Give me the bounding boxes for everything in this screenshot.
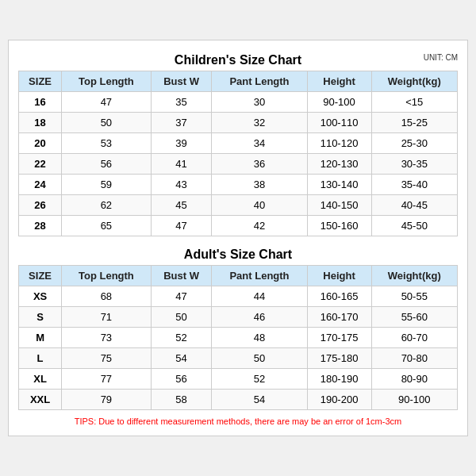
table-row: XXL795854190-20090-100 [19,390,458,410]
adults-title-text: Adult's Size Chart [184,248,292,261]
table-row: 26624540140-15040-45 [19,195,458,216]
table-cell: 40-45 [371,195,457,216]
table-cell: 43 [151,175,212,195]
table-cell: 50 [151,307,212,328]
table-cell: 175-180 [307,348,371,369]
table-row: 20533934110-12025-30 [19,133,458,154]
children-col-header: SIZE [19,71,62,92]
table-cell: 30 [212,92,307,113]
table-cell: 45 [151,195,212,216]
adults-col-header: Bust W [151,266,212,286]
table-cell: 53 [62,133,152,154]
table-cell: 160-170 [307,307,371,328]
table-cell: 15-25 [371,113,457,133]
table-cell: 55-60 [371,307,457,328]
adults-col-header: SIZE [19,266,62,286]
table-row: 18503732100-11015-25 [19,113,458,133]
table-cell: 59 [62,175,152,195]
table-cell: 170-175 [307,328,371,348]
table-row: S715046160-17055-60 [19,307,458,328]
table-cell: 50 [212,348,307,369]
table-cell: 34 [212,133,307,154]
table-cell: 44 [212,286,307,307]
table-cell: 46 [212,307,307,328]
table-cell: 28 [19,216,62,236]
table-cell: 42 [212,216,307,236]
table-cell: 39 [151,133,212,154]
table-row: 28654742150-16045-50 [19,216,458,236]
table-cell: 160-165 [307,286,371,307]
table-cell: 120-130 [307,154,371,175]
table-row: 1647353090-100<15 [19,92,458,113]
table-row: XS684744160-16550-55 [19,286,458,307]
table-cell: 38 [212,175,307,195]
table-cell: 60-70 [371,328,457,348]
table-cell: 20 [19,133,62,154]
table-cell: 18 [19,113,62,133]
table-cell: 90-100 [371,390,457,410]
table-cell: 130-140 [307,175,371,195]
table-cell: 90-100 [307,92,371,113]
table-cell: XXL [19,390,62,410]
table-cell: 150-160 [307,216,371,236]
adults-title: Adult's Size Chart [18,243,458,265]
table-cell: 24 [19,175,62,195]
table-cell: 75 [62,348,152,369]
table-cell: XS [19,286,62,307]
adults-col-header: Top Length [62,266,152,286]
table-row: L755450175-18070-80 [19,348,458,369]
table-cell: 54 [151,348,212,369]
table-row: 24594338130-14035-40 [19,175,458,195]
table-cell: 36 [212,154,307,175]
table-cell: 58 [151,390,212,410]
table-cell: 35-40 [371,175,457,195]
table-cell: 54 [212,390,307,410]
children-col-header: Bust W [151,71,212,92]
table-row: XL775652180-19080-90 [19,369,458,390]
table-row: M735248170-17560-70 [19,328,458,348]
table-cell: 47 [62,92,152,113]
adults-table: SIZETop LengthBust WPant LengthHeightWei… [18,265,458,410]
tips-text: TIPS: Due to different measurement metho… [18,416,458,426]
table-cell: 50 [62,113,152,133]
children-col-header: Height [307,71,371,92]
adults-col-header: Weight(kg) [371,266,457,286]
unit-label: UNIT: CM [424,53,458,62]
table-cell: 52 [212,369,307,390]
size-chart-container: Children's Size Chart UNIT: CM SIZETop L… [8,40,468,436]
table-cell: M [19,328,62,348]
children-title: Children's Size Chart UNIT: CM [18,48,458,71]
table-cell: 71 [62,307,152,328]
table-cell: 79 [62,390,152,410]
table-cell: 25-30 [371,133,457,154]
table-cell: 22 [19,154,62,175]
table-cell: 26 [19,195,62,216]
table-cell: L [19,348,62,369]
table-cell: 73 [62,328,152,348]
adults-header-row: SIZETop LengthBust WPant LengthHeightWei… [19,266,458,286]
table-cell: 37 [151,113,212,133]
table-cell: 45-50 [371,216,457,236]
table-cell: 16 [19,92,62,113]
table-cell: 70-80 [371,348,457,369]
table-cell: 52 [151,328,212,348]
table-cell: 56 [151,369,212,390]
table-cell: XL [19,369,62,390]
table-cell: 100-110 [307,113,371,133]
table-cell: <15 [371,92,457,113]
table-cell: 41 [151,154,212,175]
table-cell: 77 [62,369,152,390]
table-cell: 40 [212,195,307,216]
table-cell: 50-55 [371,286,457,307]
children-title-text: Children's Size Chart [175,53,301,67]
table-cell: S [19,307,62,328]
table-cell: 32 [212,113,307,133]
table-cell: 110-120 [307,133,371,154]
table-cell: 62 [62,195,152,216]
table-cell: 180-190 [307,369,371,390]
table-cell: 47 [151,216,212,236]
table-cell: 140-150 [307,195,371,216]
table-cell: 190-200 [307,390,371,410]
children-table: SIZETop LengthBust WPant LengthHeightWei… [18,71,458,236]
table-cell: 80-90 [371,369,457,390]
